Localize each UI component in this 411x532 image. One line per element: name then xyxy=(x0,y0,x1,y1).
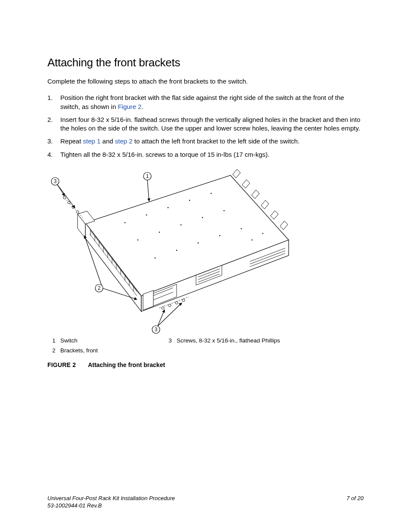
figure-2: 1 2 3 3 xyxy=(47,167,364,368)
callout-3b-label: 3 xyxy=(155,327,158,333)
section-heading: Attaching the front brackets xyxy=(47,56,364,69)
svg-point-6 xyxy=(159,231,160,233)
svg-point-5 xyxy=(137,239,139,240)
svg-point-16 xyxy=(262,233,264,234)
callout-2-label: 2 xyxy=(98,285,101,291)
step-1-text-b: . xyxy=(141,103,143,110)
callout-3a-label: 3 xyxy=(54,178,57,184)
figure-2-link[interactable]: Figure 2 xyxy=(118,103,141,110)
step-3-text-b: and xyxy=(100,137,115,145)
figure-caption: FIGURE 2Attaching the front bracket xyxy=(47,361,364,368)
svg-point-11 xyxy=(176,249,177,251)
legend-1-text: Switch xyxy=(60,337,78,344)
footer-page-number: 7 of 20 xyxy=(346,495,364,510)
step-3-text-c: to attach the left front bracket to the … xyxy=(133,137,300,145)
step-4: Tighten all the 8-32 x 5/16-in. screws t… xyxy=(47,150,364,159)
svg-point-4 xyxy=(211,193,212,194)
footer-doc-number: 53-1002944-01 Rev.B xyxy=(47,502,175,510)
page-footer: Universal Four-Post Rack Kit Installatio… xyxy=(47,495,364,510)
svg-point-12 xyxy=(198,242,199,243)
svg-line-46 xyxy=(147,180,149,201)
svg-point-3 xyxy=(189,199,190,201)
legend-3-num: 3 xyxy=(164,337,177,344)
legend-1-num: 1 xyxy=(47,337,60,344)
svg-point-0 xyxy=(125,222,126,223)
callout-1-label: 1 xyxy=(146,173,149,179)
svg-line-54 xyxy=(158,310,165,326)
figure-caption-text: Attaching the front bracket xyxy=(88,361,165,368)
svg-point-1 xyxy=(146,214,147,215)
figure-caption-label: FIGURE 2 xyxy=(47,361,76,368)
step-1-text-a: Position the right front bracket with th… xyxy=(60,94,344,110)
svg-point-14 xyxy=(241,228,242,229)
svg-point-13 xyxy=(219,235,221,236)
svg-point-7 xyxy=(181,224,182,225)
legend-2-text: Brackets, front xyxy=(60,347,98,354)
svg-point-9 xyxy=(224,210,225,211)
step-2-link[interactable]: step 2 xyxy=(115,137,133,145)
svg-point-2 xyxy=(168,207,169,208)
step-3: Repeat step 1 and step 2 to attach the l… xyxy=(47,137,364,146)
legend-3-text: Screws, 8-32 x 5/16-in., flathead Philli… xyxy=(177,337,280,344)
procedure-list: Position the right front bracket with th… xyxy=(47,93,364,159)
svg-point-44 xyxy=(175,302,178,304)
step-1: Position the right front bracket with th… xyxy=(47,93,364,111)
figure-2-illustration: 1 2 3 3 xyxy=(47,167,293,335)
svg-point-37 xyxy=(63,196,66,199)
legend-2-num: 2 xyxy=(47,347,60,354)
svg-line-52 xyxy=(57,184,75,208)
svg-point-45 xyxy=(182,299,185,302)
footer-doc-title: Universal Four-Post Rack Kit Installatio… xyxy=(47,495,175,502)
intro-paragraph: Complete the following steps to attach t… xyxy=(47,77,364,86)
step-1-link[interactable]: step 1 xyxy=(83,137,101,145)
svg-point-8 xyxy=(202,217,203,218)
svg-point-15 xyxy=(252,239,253,240)
svg-point-40 xyxy=(76,211,79,213)
figure-legend: 1 Switch 3 Screws, 8-32 x 5/16-in., flat… xyxy=(47,337,364,354)
svg-point-10 xyxy=(155,257,156,258)
svg-point-43 xyxy=(168,304,171,307)
step-2: Insert four 8-32 x 5/16-in. flathead scr… xyxy=(47,115,364,133)
step-3-text-a: Repeat xyxy=(60,137,83,145)
svg-point-42 xyxy=(162,307,164,309)
